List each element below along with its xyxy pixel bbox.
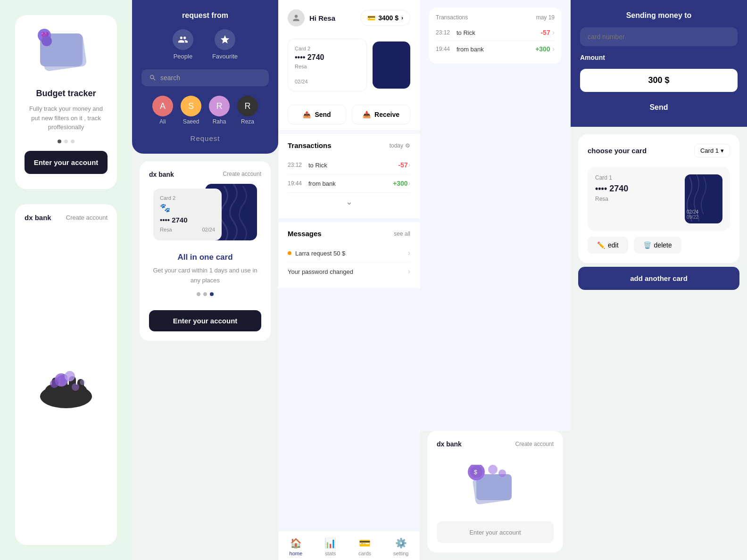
col1-panel: 💜 Budget tracker Fully track your money …: [0, 0, 132, 560]
dxbank-logo-3: dx bank: [437, 440, 462, 448]
pagination-dots: [58, 140, 75, 143]
sending-panel: Sending money to Amount 300 $ Send: [571, 0, 747, 127]
dxbank-logo-2: dx bank: [149, 171, 174, 178]
card-brand-icon: 🐾: [160, 203, 215, 213]
enter-account-placeholder: Enter your account: [437, 521, 554, 543]
nav-home[interactable]: 🏠 home: [290, 537, 303, 556]
choose-card-area: choose your card Card 1 ▾ Card 1 •••• 27…: [571, 127, 747, 560]
card-number-input[interactable]: [580, 27, 738, 46]
dxbank-panel-left: dx bank Create account: [15, 204, 117, 545]
expand-icon[interactable]: ⌄: [288, 193, 410, 211]
messages-section: Messages see all Larra request 50 $ › Yo…: [278, 222, 420, 288]
delete-label: delete: [654, 241, 672, 249]
coin-illustration-2: $: [437, 455, 554, 521]
favourite-item[interactable]: Favourite: [212, 29, 238, 60]
send-button[interactable]: 📤 Send: [288, 105, 346, 124]
svg-point-11: [80, 379, 85, 385]
trans-mini-row-1[interactable]: 23:12 to Rick -57 ›: [436, 25, 555, 41]
message-row-2[interactable]: Your password changed ›: [288, 263, 410, 280]
dxbank-header-2: dx bank Create account: [437, 440, 554, 448]
setting-label: setting: [393, 551, 408, 556]
person-reza[interactable]: R Reza: [237, 96, 258, 125]
tmr2-desc: from bank: [453, 46, 535, 53]
hand-svg: [28, 352, 104, 413]
avatar-ali: A: [152, 96, 173, 116]
receive-label: Receive: [374, 111, 399, 118]
enter-account-button-2[interactable]: Enter your account: [149, 310, 261, 331]
edit-label: edit: [608, 241, 619, 249]
transaction-row-2[interactable]: 19:44 from bank +300 ›: [288, 174, 410, 193]
send-money-button[interactable]: Send: [580, 99, 738, 115]
trans-mini-row-2[interactable]: 19:44 from bank +300 ›: [436, 41, 555, 57]
card-item-expiry-area: 02/24 09/22: [687, 209, 721, 220]
stats-icon: 📊: [324, 537, 336, 549]
action-buttons: 📤 Send 📥 Receive: [278, 99, 420, 130]
card-visual-container: Card 2 🐾 •••• 2740 Resa 02/24: [153, 184, 257, 245]
budget-tracker-panel: 💜 Budget tracker Fully track your money …: [15, 15, 117, 189]
card-front: Card 2 🐾 •••• 2740 Resa 02/24: [153, 189, 222, 240]
card-select-value: Card 1: [700, 147, 719, 154]
main-card-back: [373, 41, 410, 89]
cards-icon: 💳: [359, 537, 371, 549]
setting-icon: ⚙️: [395, 537, 407, 549]
tmr2-amount: +300: [535, 45, 550, 53]
user-icon: [291, 13, 301, 23]
trans-partial-meta: may 19: [536, 14, 555, 21]
bottom-nav: 🏠 home 📊 stats 💳 cards ⚙️ setting: [278, 530, 420, 560]
transaction-time-1: 23:12: [288, 162, 305, 168]
see-all-link[interactable]: see all: [394, 231, 410, 237]
card-item-number: •••• 2740: [595, 184, 679, 194]
card-select-dropdown[interactable]: Card 1 ▾: [694, 144, 730, 157]
main-app-panel: Hi Resa 💳 3400 $ › Card 2 •••• 2740 Resa…: [278, 0, 420, 560]
main-card-number: •••• 2740: [295, 53, 360, 62]
dot-1: [58, 140, 61, 143]
card-label: Card 2: [160, 195, 215, 201]
tmr1-desc: to Rick: [453, 29, 540, 36]
person-saeed[interactable]: S Saeed: [181, 96, 201, 125]
col5-panel: Sending money to Amount 300 $ Send choos…: [571, 0, 747, 560]
card-dot-3: [210, 292, 214, 296]
person-raha[interactable]: R Raha: [209, 96, 230, 125]
nav-cards[interactable]: 💳 cards: [358, 537, 371, 556]
receive-button[interactable]: 📥 Receive: [352, 105, 410, 124]
people-svg: [178, 34, 188, 45]
arrow-icon: ›: [401, 15, 403, 21]
person-ali[interactable]: A Ali: [152, 96, 173, 125]
col2-panel: request from People Favourite: [132, 0, 278, 560]
edit-card-button[interactable]: ✏️ edit: [588, 237, 628, 254]
transaction-desc-1: to Rick: [305, 162, 398, 169]
cards-label: cards: [358, 551, 371, 556]
amount-display: 300 $: [580, 69, 738, 92]
nav-stats[interactable]: 📊 stats: [324, 537, 336, 556]
people-item[interactable]: People: [173, 29, 193, 60]
search-bar[interactable]: search: [141, 69, 269, 86]
create-account-link[interactable]: Create account: [66, 214, 108, 221]
enter-account-button-1[interactable]: Enter your account: [25, 151, 108, 174]
amount-label: Amount: [580, 54, 605, 61]
dxbank-panel-2: dx bank Create account $: [427, 431, 563, 552]
message-text-2: Your password changed: [288, 268, 353, 275]
transaction-row-1[interactable]: 23:12 to Rick -57 ›: [288, 156, 410, 174]
hand-illustration: [25, 229, 108, 536]
transactions-title: Transactions: [288, 141, 332, 149]
delete-card-button[interactable]: 🗑️ delete: [634, 237, 681, 254]
card-info-panel: dx bank Create account Card 2 🐾 •••• 274…: [140, 161, 271, 341]
card-expiry: 02/24: [202, 227, 215, 232]
add-another-card-button[interactable]: add another card: [578, 267, 739, 290]
request-button[interactable]: Request: [191, 134, 220, 142]
budget-illustration: 💜: [38, 26, 94, 83]
user-avatar: [288, 9, 305, 26]
message-row-1[interactable]: Larra request 50 $ ›: [288, 244, 410, 263]
dxbank-header: dx bank Create account: [25, 214, 108, 222]
card-dot-2: [203, 292, 207, 296]
person-ali-name: Ali: [159, 118, 166, 125]
nav-setting[interactable]: ⚙️ setting: [393, 537, 408, 556]
transactions-date: today: [390, 142, 403, 149]
main-card-expiry: 02/24: [295, 79, 360, 84]
create-account-3[interactable]: Create account: [515, 441, 554, 447]
create-account-2[interactable]: Create account: [223, 171, 261, 178]
greeting-text: Hi Resa: [309, 14, 335, 22]
search-placeholder: search: [160, 74, 180, 82]
filter-icon[interactable]: ⚙: [405, 142, 410, 149]
people-avatars-row: A Ali S Saeed R Raha R Reza: [152, 96, 258, 125]
